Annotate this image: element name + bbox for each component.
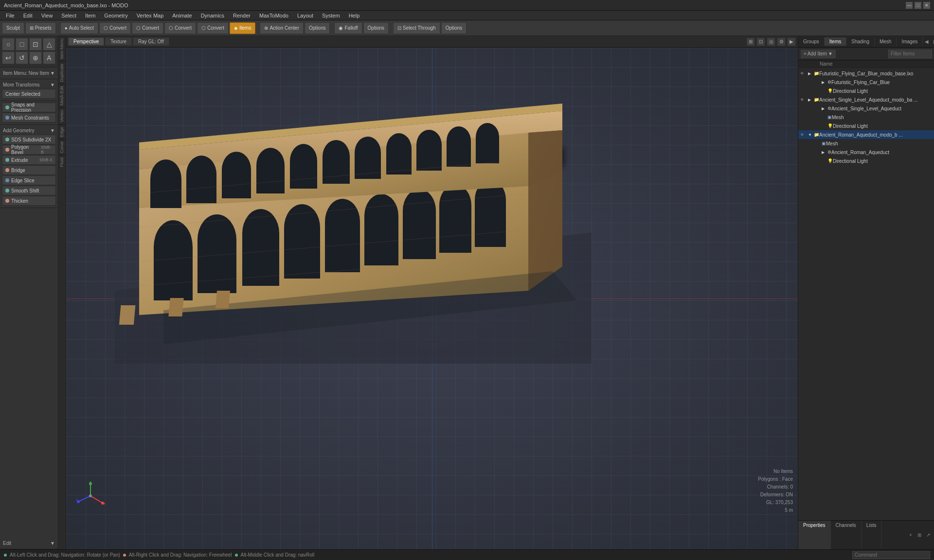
properties-tab[interactable]: Properties xyxy=(798,521,831,549)
item-menu-header[interactable]: Item Menu: New Item ▼ xyxy=(2,69,56,77)
snaps-precision-button[interactable]: Snaps and Precision xyxy=(2,103,56,112)
vp-tab-raygl[interactable]: Ray GL: Off xyxy=(133,37,169,46)
options-button-3[interactable]: Options xyxy=(441,22,467,34)
tool-rotate[interactable]: ↺ xyxy=(16,52,28,64)
thicken-button[interactable]: Thicken xyxy=(2,196,56,206)
lists-tab[interactable]: Lists xyxy=(862,521,882,549)
vp-tab-texture[interactable]: Texture xyxy=(105,37,132,46)
menu-help[interactable]: Help xyxy=(345,12,364,19)
auto-select-button[interactable]: ● Auto Select xyxy=(60,22,98,34)
select-through-button[interactable]: ⊡ Select Through xyxy=(393,22,440,34)
maximize-button[interactable]: □ xyxy=(915,2,921,9)
options-button-1[interactable]: Options xyxy=(305,22,330,34)
close-button[interactable]: ✕ xyxy=(923,2,930,9)
menu-select[interactable]: Select xyxy=(57,12,80,19)
edge-slice-button[interactable]: Edge Slice xyxy=(2,175,56,185)
right-tab-mesh[interactable]: Mesh xyxy=(875,37,897,46)
tool-scale[interactable]: ⊕ xyxy=(29,52,42,64)
presets-button[interactable]: ⊞ Presets xyxy=(25,22,56,34)
menu-geometry[interactable]: Geometry xyxy=(100,12,131,19)
extrude-button[interactable]: Extrude Shift-X xyxy=(2,155,56,165)
tree-item-scene1[interactable]: 👁 ▶ 📁 Futuristic_Flying_Car_Blue_modo_ba… xyxy=(798,69,934,78)
convert-button-4[interactable]: ⬡ Convert xyxy=(197,22,229,34)
tree-item-car-blue[interactable]: ▶ ⚙ Futuristic_Flying_Car_Blue xyxy=(798,78,934,87)
menu-edit[interactable]: Edit xyxy=(19,12,36,19)
side-tab-curve[interactable]: Curve xyxy=(58,139,66,155)
tool-text[interactable]: A xyxy=(43,52,55,64)
sds-subdivide-button[interactable]: SDS Subdivide 2X xyxy=(2,135,56,144)
tree-item-dirlight1[interactable]: 💡 Directional Light xyxy=(798,87,934,95)
menu-file[interactable]: File xyxy=(2,12,18,19)
menu-dynamics[interactable]: Dynamics xyxy=(197,12,228,19)
tree-item-roman-aqueduct[interactable]: ▶ ⚙ Ancient_Roman_Aqueduct xyxy=(798,148,934,157)
add-item-button[interactable]: + Add Item ▼ xyxy=(800,49,836,59)
convert-button-3[interactable]: ⬡ Convert xyxy=(164,22,196,34)
right-tab-shading[interactable]: Shading xyxy=(846,37,875,46)
menu-vertex-map[interactable]: Vertex Map xyxy=(133,12,168,19)
tool-triangle[interactable]: △ xyxy=(43,38,55,51)
right-tab-items[interactable]: Items xyxy=(825,37,846,46)
vp-tab-perspective[interactable]: Perspective xyxy=(68,37,104,46)
bridge-button[interactable]: Bridge xyxy=(2,165,56,175)
side-tab-vertex[interactable]: Vertex xyxy=(58,107,66,124)
bottom-expand2-button[interactable]: ⊞ xyxy=(916,531,923,539)
center-selected-button[interactable]: Center Selected xyxy=(2,89,56,99)
side-tab-edge[interactable]: Edge xyxy=(58,124,66,139)
viewport[interactable]: x y z No Items Polygons : Face Channels:… xyxy=(66,48,798,549)
tree-item-dirlight2[interactable]: 💡 Directional Light xyxy=(798,122,934,130)
edit-header[interactable]: Edit ▼ xyxy=(2,539,56,547)
menu-maxtomodo[interactable]: MaxToModo xyxy=(255,12,292,19)
mesh-constraints-button[interactable]: Mesh Constraints xyxy=(2,113,56,122)
tree-item-aqueduct-single[interactable]: ▶ ⚙ Ancient_Single_Level_Aqueduct xyxy=(798,104,934,113)
menu-item[interactable]: Item xyxy=(81,12,99,19)
vp-ctrl-3[interactable]: ◎ xyxy=(767,37,775,46)
more-transforms-header[interactable]: More Transforms ▼ xyxy=(2,81,56,89)
tree-item-mesh2[interactable]: ▣ Mesh xyxy=(798,139,934,148)
sculpt-button[interactable]: Sculpt xyxy=(2,22,24,34)
scene1-arrow[interactable]: ▶ xyxy=(808,71,814,76)
convert-button-1[interactable]: ⬡ Convert xyxy=(99,22,131,34)
scene2-arrow[interactable]: ▶ xyxy=(808,98,814,102)
smooth-shift-button[interactable]: Smooth Shift xyxy=(2,186,56,195)
side-tab-item-menu[interactable]: Item Menu xyxy=(58,36,66,61)
menu-system[interactable]: System xyxy=(318,12,344,19)
menu-layout[interactable]: Layout xyxy=(293,12,317,19)
car-blue-arrow[interactable]: ▶ xyxy=(822,80,827,85)
command-input[interactable] xyxy=(852,551,930,559)
channels-tab[interactable]: Channels xyxy=(831,521,862,549)
add-geometry-header[interactable]: Add Geometry ▼ xyxy=(2,126,56,135)
options-button-2[interactable]: Options xyxy=(363,22,389,34)
ra-arrow[interactable]: ▶ xyxy=(822,150,827,155)
tool-cylinder[interactable]: ⊡ xyxy=(29,38,42,51)
right-tab-images[interactable]: Images xyxy=(897,37,923,46)
polygon-bevel-button[interactable]: Polygon Bevel Shift-B xyxy=(2,145,56,155)
filter-items-input[interactable] xyxy=(888,50,932,58)
side-tab-duplicate[interactable]: Duplicate xyxy=(58,61,66,84)
tool-square[interactable]: □ xyxy=(16,38,28,51)
menu-render[interactable]: Render xyxy=(229,12,254,19)
action-center-button[interactable]: ⊕ Action Center xyxy=(260,22,304,34)
side-tab-mesh-edit[interactable]: Mesh Edit xyxy=(58,84,66,107)
falloff-button[interactable]: ◉ Falloff xyxy=(334,22,362,34)
vp-ctrl-1[interactable]: ⊞ xyxy=(746,37,755,46)
right-tab-groups[interactable]: Groups xyxy=(798,37,825,46)
side-tab-fluid[interactable]: Fluid xyxy=(58,155,66,169)
tree-item-dirlight3[interactable]: 💡 Directional Light xyxy=(798,157,934,165)
vp-ctrl-2[interactable]: ⊡ xyxy=(756,37,765,46)
tool-circle[interactable]: ○ xyxy=(2,38,15,51)
convert-button-2[interactable]: ⬡ Convert xyxy=(132,22,163,34)
minimize-button[interactable]: — xyxy=(906,2,913,9)
right-ctrl-left[interactable]: ◀ xyxy=(923,38,931,46)
tree-item-mesh1[interactable]: ▣ Mesh xyxy=(798,113,934,122)
menu-view[interactable]: View xyxy=(37,12,57,19)
bottom-expand-button[interactable]: + xyxy=(907,531,915,539)
bottom-expand3-button[interactable]: ↗ xyxy=(924,531,932,539)
menu-animate[interactable]: Animate xyxy=(168,12,196,19)
items-button[interactable]: ◈ Items xyxy=(230,22,255,34)
tree-item-scene2[interactable]: 👁 ▶ 📁 Ancient_Single_Level_Aqueduct_modo… xyxy=(798,95,934,104)
tree-item-scene3[interactable]: 👁 ▼ 📁 Ancient_Roman_Aqueduct_modo_b ... xyxy=(798,130,934,139)
scene3-arrow[interactable]: ▼ xyxy=(808,133,814,137)
vp-ctrl-4[interactable]: ⚙ xyxy=(777,37,786,46)
right-ctrl-right[interactable]: ▶ xyxy=(932,38,934,46)
tool-move[interactable]: ↩ xyxy=(2,52,15,64)
